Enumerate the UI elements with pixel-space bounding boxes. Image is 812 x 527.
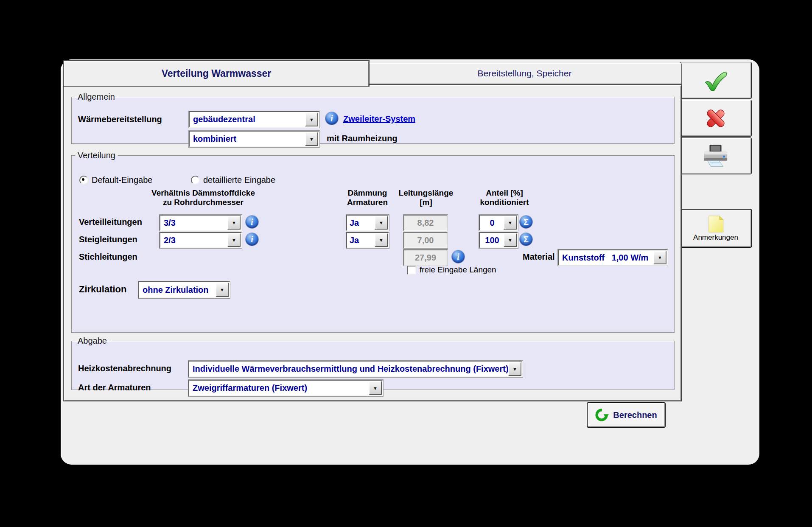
waermebereitstellung-label: Wärmebereitstellung: [78, 115, 162, 124]
chevron-down-icon[interactable]: ▼: [227, 216, 241, 230]
radio-detaillierte-eingabe-label[interactable]: detaillierte Eingabe: [203, 175, 275, 185]
zirkulation-combobox[interactable]: ohne Zirkulation ▼: [138, 281, 230, 298]
zweileiter-system-link[interactable]: Zweileiter-System: [343, 114, 415, 124]
steigleitungen-verhaeltnis-combobox[interactable]: 2/3 ▼: [160, 232, 242, 248]
verteilleitungen-laenge-field: 8,82: [403, 215, 448, 231]
info-icon[interactable]: i: [246, 216, 258, 228]
info-icon[interactable]: i: [246, 233, 258, 246]
armaturen-value: Zweigriffarmaturen (Fixwert): [193, 381, 370, 395]
verhaeltnis-value: 2/3: [164, 233, 228, 247]
group-abgabe-legend: Abgabe: [75, 336, 109, 346]
steigleitungen-anteil-combobox[interactable]: 100 ▼: [479, 232, 518, 248]
chevron-down-icon[interactable]: ▼: [216, 283, 229, 297]
sigma-icon[interactable]: Σ: [520, 216, 532, 228]
column-header-daemmung: Dämmung Armaturen: [336, 188, 399, 207]
printer-icon: [703, 144, 729, 168]
sigma-icon[interactable]: Σ: [520, 233, 532, 246]
checkmark-icon: [703, 69, 729, 93]
anteil-value: 0: [481, 216, 504, 230]
print-button[interactable]: [680, 138, 751, 174]
cancel-button[interactable]: [680, 100, 751, 136]
chevron-down-icon[interactable]: ▼: [305, 112, 318, 126]
row-label-stichleitungen: Stichleitungen: [79, 252, 137, 262]
verteilleitungen-anteil-combobox[interactable]: 0 ▼: [479, 215, 518, 231]
verteilleitungen-daemmung-combobox[interactable]: Ja ▼: [346, 215, 389, 231]
tab-bereitstellung-speicher[interactable]: Bereitstellung, Speicher: [367, 63, 682, 84]
row-label-verteilleitungen: Verteilleitungen: [79, 217, 142, 227]
verteilleitungen-verhaeltnis-combobox[interactable]: 3/3 ▼: [160, 215, 242, 231]
steigleitungen-laenge-field: 7,00: [403, 232, 448, 248]
daemmung-value: Ja: [350, 233, 375, 247]
material-label: Material: [523, 252, 555, 262]
chevron-down-icon[interactable]: ▼: [227, 233, 241, 247]
bereitstellung-combobox[interactable]: gebäudezentral ▼: [189, 111, 319, 128]
steigleitungen-daemmung-combobox[interactable]: Ja ▼: [346, 232, 389, 248]
ok-button[interactable]: [680, 62, 751, 98]
row-label-steigleitungen: Steigleitungen: [79, 235, 137, 244]
chevron-down-icon[interactable]: ▼: [305, 132, 318, 146]
chevron-down-icon[interactable]: ▼: [375, 216, 388, 230]
group-verteilung-legend: Verteilung: [75, 151, 118, 160]
chevron-down-icon[interactable]: ▼: [653, 251, 666, 264]
daemmung-value: Ja: [350, 216, 375, 230]
material-combobox[interactable]: Kunststoff 1,00 W/m ▼: [558, 249, 668, 266]
berechnen-label: Berechnen: [613, 410, 657, 420]
bereitstellung-value: gebäudezentral: [193, 112, 306, 127]
info-icon[interactable]: i: [325, 112, 338, 125]
freie-eingabe-checkbox[interactable]: [407, 266, 416, 275]
material-value: Kunststoff 1,00 W/m: [562, 250, 654, 265]
column-header-leitungslaenge: Leitungslänge [m]: [392, 188, 460, 207]
verhaeltnis-value: 3/3: [164, 216, 228, 230]
anmerkungen-label: Anmerkungen: [693, 233, 738, 242]
group-verteilung: Verteilung Default-Eingabe detaillierte …: [71, 151, 675, 333]
app-window: Verteilung Warmwasser Bereitstellung, Sp…: [61, 59, 759, 465]
group-abgabe: Abgabe Heizkostenabrechnung Individuelle…: [71, 336, 675, 390]
mit-raumheizung-label: mit Raumheizung: [327, 134, 398, 143]
armaturen-combobox[interactable]: Zweigriffarmaturen (Fixwert) ▼: [188, 380, 383, 396]
radio-default-eingabe-label[interactable]: Default-Eingabe: [92, 175, 152, 185]
radio-detaillierte-eingabe[interactable]: [191, 176, 200, 185]
heizkosten-value: Individuelle Wärmeverbrauchsermittlung u…: [193, 362, 509, 376]
tab-page-verteilung: Allgemein Wärmebereitstellung gebäudezen…: [64, 85, 681, 401]
chevron-down-icon[interactable]: ▼: [369, 381, 382, 395]
chevron-down-icon[interactable]: ▼: [504, 233, 517, 247]
chevron-down-icon[interactable]: ▼: [375, 233, 388, 247]
berechnen-button[interactable]: Berechnen: [588, 403, 665, 427]
group-allgemein-legend: Allgemein: [75, 92, 118, 102]
heizkostenabrechnung-combobox[interactable]: Individuelle Wärmeverbrauchsermittlung u…: [188, 361, 523, 377]
heizkostenabrechnung-label: Heizkostenabrechnung: [78, 364, 171, 373]
radio-default-eingabe[interactable]: [79, 176, 88, 185]
zirkulation-label: Zirkulation: [79, 284, 126, 295]
column-header-verhaeltnis: Verhältnis Dämmstoffdicke zu Rohrdurchme…: [131, 188, 275, 207]
freie-eingabe-label[interactable]: freie Eingabe Längen: [420, 265, 496, 275]
kombiniert-combobox[interactable]: kombiniert ▼: [189, 131, 319, 147]
anteil-value: 100: [481, 233, 504, 247]
chevron-down-icon[interactable]: ▼: [504, 216, 517, 230]
column-header-anteil: Anteil [%] konditioniert: [470, 188, 538, 207]
refresh-icon: [595, 408, 609, 422]
stichleitungen-laenge-field: 27,99: [403, 249, 448, 266]
kombiniert-value: kombiniert: [193, 132, 306, 146]
tab-verteilung-warmwasser[interactable]: Verteilung Warmwasser: [64, 61, 369, 86]
art-der-armaturen-label: Art der Armaturen: [78, 383, 151, 392]
anmerkungen-button[interactable]: Anmerkungen: [680, 210, 751, 247]
zirkulation-value: ohne Zirkulation: [143, 282, 216, 297]
note-icon: [706, 215, 725, 233]
group-allgemein: Allgemein Wärmebereitstellung gebäudezen…: [71, 92, 675, 144]
close-icon: [703, 107, 728, 130]
chevron-down-icon[interactable]: ▼: [508, 362, 521, 376]
info-icon[interactable]: i: [452, 250, 465, 263]
